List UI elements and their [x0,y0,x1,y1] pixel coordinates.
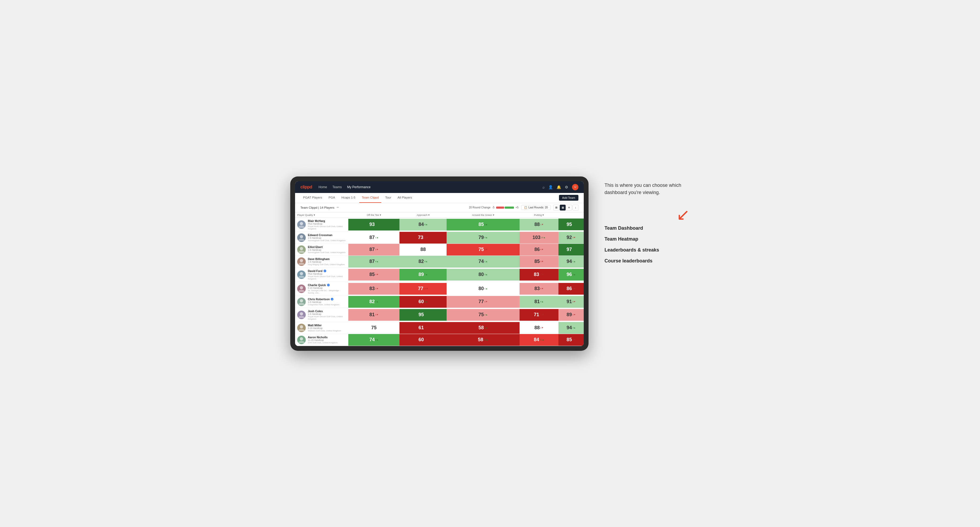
view-grid-icon[interactable]: ⊞ [554,205,559,211]
player-info[interactable]: Aaron Nicholls11-15 HandicapDrift Golf C… [295,334,348,346]
profile-icon[interactable]: 👤 [548,185,553,189]
score-change: 3▼ [572,300,576,303]
player-club: Craigmillar Park, United Kingdom [308,303,346,306]
score-change: 3▼ [484,248,488,251]
score-value: 80 [479,286,484,291]
score-cell: 602▲ [399,296,447,308]
search-icon[interactable]: ⌕ [542,185,545,189]
player-details: Matt Miller6-10 HandicapWoburn Golf Club… [308,324,346,332]
score-change: 1▲ [572,260,576,263]
score-value: 73 [418,235,423,240]
tablet-frame: clippd Home Teams My Performance ⌕ 👤 🔔 ⚙… [290,176,589,351]
player-info[interactable]: David Ford✓Plus HandicapRoyal North Devo… [295,268,348,282]
bell-icon[interactable]: 🔔 [557,185,561,189]
sub-nav-tour[interactable]: Tour [382,193,394,203]
score-value: 96 [566,272,572,277]
sub-nav-pgat[interactable]: PGAT Players [301,193,325,203]
player-info[interactable]: Edward Crossman1-5 HandicapSunningdale G… [295,232,348,243]
add-team-button[interactable]: Add Team [559,195,578,201]
score-box: 892▼ [558,309,584,321]
player-avatar [297,284,306,293]
score-change: 4▲ [375,260,379,263]
svg-point-3 [300,259,303,262]
col-around[interactable]: Around the Green ▾ [447,213,519,218]
score-cell: 803▲ [447,268,519,282]
nav-home[interactable]: Home [318,185,327,189]
last-rounds-label: Last Rounds: 20 [528,206,548,209]
player-info[interactable]: Blair McHargPlus HandicapRoyal North Dev… [295,218,348,232]
player-info[interactable]: Chris Robertson✓1-5 HandicapCraigmillar … [295,296,348,308]
score-cell: 881▼ [520,217,559,232]
nav-teams[interactable]: Teams [332,185,342,189]
team-controls: 20 Round Change -5 +5 📋 Last Rounds: 20 [469,205,578,211]
player-info[interactable]: Charlie Quick✓6-10 HandicapSt. George's … [295,282,348,296]
score-box: 881▼ [520,219,559,230]
score-box: 868▼ [558,283,584,295]
svg-point-0 [300,222,303,225]
player-info[interactable]: Matt Miller6-10 HandicapWoburn Golf Club… [295,322,348,334]
player-info-cell: Dave Billingham1-5 HandicapGog Magog Gol… [295,256,348,268]
score-change: 3▼ [425,327,428,329]
score-change: 10▲ [484,338,488,341]
score-cell: 854▼ [558,334,584,346]
player-info[interactable]: Elliot Ebert1-5 HandicapSunningdale Golf… [295,244,348,256]
score-change: 8▼ [572,287,576,290]
col-putting[interactable]: Putting ▾ [520,213,559,218]
score-cell: 975▲ [558,243,584,256]
sub-nav-all-players[interactable]: All Players [395,193,415,203]
last-rounds-button[interactable]: 📋 Last Rounds: 20 [521,205,551,210]
edit-icon[interactable]: ✏ [337,206,339,209]
player-info[interactable]: Josh Coles1-5 HandicapRoyal North Devon … [295,308,348,322]
player-handicap: 1-5 Handicap [308,313,346,316]
sub-nav-hcaps[interactable]: Hcaps 1-5 [339,193,358,203]
score-cell: 963▲ [558,268,584,282]
score-cell: 923▼ [558,232,584,243]
player-handicap: 1-5 Handicap [308,237,346,239]
table-row: Blair McHargPlus HandicapRoyal North Dev… [295,217,584,232]
score-change: 3▲ [572,327,576,329]
score-cell: 941▲ [558,256,584,268]
score-value: 87 [369,247,375,252]
player-info-cell: Aaron Nicholls11-15 HandicapDrift Golf C… [295,334,348,346]
score-cell: 959▲ [558,217,584,232]
player-avatar [297,221,306,229]
last-rounds-icon: 📋 [524,206,527,209]
view-list-icon[interactable]: ≡ [566,205,572,211]
view-download-icon[interactable]: ↓ [573,205,578,211]
score-value: 60 [418,299,424,305]
avatar[interactable]: U [572,184,578,190]
score-box: 874▲ [348,256,399,268]
col-player-quality[interactable]: Player Quality ▾ [295,213,348,218]
view-heatmap-icon[interactable]: ▦ [560,205,566,211]
score-box: 813▼ [348,309,399,321]
sub-nav-pga[interactable]: PGA [326,193,338,203]
menu-option-0: Team Dashboard [605,225,690,231]
sub-nav-team-clippd[interactable]: Team Clippd [359,193,382,203]
score-value: 61 [418,325,424,330]
table-row: Charlie Quick✓6-10 HandicapSt. George's … [295,282,584,296]
score-box: 7111▼ [520,309,559,321]
player-handicap: 1-5 Handicap [308,301,346,303]
score-box: 913▼ [558,296,584,308]
player-handicap: Plus Handicap [308,222,346,225]
player-avatar [297,336,306,344]
score-change: 6▼ [540,287,544,290]
player-info[interactable]: Dave Billingham1-5 HandicapGog Magog Gol… [295,256,348,268]
player-club: Woburn Golf Club, United Kingdom [308,330,346,332]
player-avatar [297,324,306,332]
score-change: 6▼ [540,248,544,251]
score-box: 753▼ [447,244,519,256]
nav-my-performance[interactable]: My Performance [347,185,371,189]
score-value: 58 [478,337,483,343]
score-box: 871▲ [348,232,399,243]
col-off-tee[interactable]: Off the Tee ▾ [348,213,399,218]
score-value: 89 [418,272,424,277]
nav-items: Home Teams My Performance [318,185,536,189]
col-approach[interactable]: Approach ▾ [399,213,447,218]
score-box: 741▲ [447,256,519,268]
player-handicap: Plus Handicap [308,273,346,275]
score-change: 9▲ [572,223,576,226]
score-value: 74 [479,259,484,264]
score-value: 81 [369,312,375,317]
settings-icon[interactable]: ⚙ [565,185,568,189]
